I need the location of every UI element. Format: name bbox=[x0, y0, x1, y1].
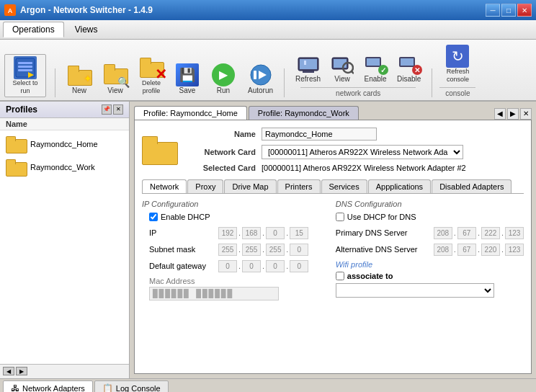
primary-dns-parts: . . . bbox=[434, 227, 524, 239]
primary-dns-1[interactable] bbox=[434, 227, 452, 239]
ip-section: IP Configuration Enable DHCP IP . bbox=[142, 200, 329, 300]
ip-part-4[interactable] bbox=[290, 227, 308, 239]
content-area: Profile: Raymondcc_Home Profile: Raymond… bbox=[130, 102, 536, 378]
subnet-part-2[interactable] bbox=[242, 244, 261, 256]
svg-rect-5 bbox=[18, 69, 32, 71]
use-dhcp-dns-label: Use DHCP for DNS bbox=[347, 213, 416, 221]
view-button[interactable]: 🔍 View bbox=[100, 61, 130, 97]
ip-row: IP . . . bbox=[149, 227, 329, 239]
bottom-tab-network-adapters[interactable]: 🖧 Network Adapters bbox=[3, 380, 93, 392]
sidebar-scroll-right[interactable]: ▶ bbox=[16, 367, 27, 375]
dns-section: DNS Configuration Use DHCP for DNS Prima… bbox=[336, 200, 524, 300]
associate-to-label: associate to bbox=[347, 272, 393, 280]
use-dhcp-dns-checkbox[interactable] bbox=[336, 213, 344, 221]
network-card-select[interactable]: [00000011] Atheros AR922X Wireless Netwo… bbox=[262, 145, 463, 159]
ip-part-1[interactable] bbox=[218, 227, 237, 239]
svg-rect-3 bbox=[18, 62, 32, 64]
alt-dns-3[interactable] bbox=[481, 244, 500, 256]
save-button[interactable]: 💾 Save bbox=[172, 61, 202, 97]
inner-tab-network[interactable]: Network bbox=[142, 179, 187, 193]
maximize-button[interactable]: □ bbox=[501, 4, 516, 17]
nav-prev-button[interactable]: ◀ bbox=[494, 108, 506, 120]
alt-dns-1[interactable] bbox=[434, 244, 452, 256]
sidebar-close-button[interactable]: ✕ bbox=[113, 104, 123, 115]
network-adapters-icon: 🖧 bbox=[11, 383, 19, 392]
inner-tab-drivemap[interactable]: Drive Map bbox=[224, 179, 276, 193]
wifi-dropdown[interactable] bbox=[336, 283, 494, 298]
view-nc-button[interactable]: View bbox=[327, 50, 357, 86]
sidebar-item-raymondcc-work[interactable]: Raymondcc_Work bbox=[3, 156, 126, 178]
inner-tab-services[interactable]: Services bbox=[321, 179, 367, 193]
refresh-nc-button[interactable]: Refresh bbox=[292, 50, 324, 86]
name-row: Name bbox=[184, 128, 466, 141]
menu-bar: Operations Views bbox=[0, 20, 536, 40]
sidebar-scroll-left[interactable]: ◀ bbox=[3, 367, 14, 375]
sidebar-item-label: Raymondcc_Work bbox=[30, 163, 95, 172]
new-button[interactable]: ✦ New bbox=[64, 61, 94, 97]
alt-dns-4[interactable] bbox=[505, 244, 524, 256]
inner-tab-printers[interactable]: Printers bbox=[277, 179, 321, 193]
new-icon: ✦ bbox=[68, 63, 91, 86]
refresh-nc-label: Refresh bbox=[295, 75, 321, 84]
profile-folder-icon bbox=[142, 136, 177, 164]
dns-section-title: DNS Configuration bbox=[336, 200, 524, 208]
gateway-row: Default gateway . . . bbox=[149, 260, 329, 272]
log-console-icon: 📋 bbox=[102, 383, 113, 392]
gateway-part-3[interactable] bbox=[266, 260, 285, 272]
minimize-button[interactable]: ─ bbox=[486, 4, 500, 17]
select-to-run-button[interactable]: Select to run bbox=[4, 54, 46, 97]
primary-dns-3[interactable] bbox=[481, 227, 500, 239]
inner-tab-applications[interactable]: Appplications bbox=[368, 179, 431, 193]
menu-tab-operations[interactable]: Operations bbox=[3, 22, 64, 37]
ip-part-2[interactable] bbox=[242, 227, 261, 239]
primary-dns-2[interactable] bbox=[457, 227, 476, 239]
refresh-console-label: Refreshconsole bbox=[447, 68, 470, 84]
menu-tab-views[interactable]: Views bbox=[66, 22, 107, 37]
enable-button[interactable]: ✓ Enable bbox=[360, 50, 390, 86]
bottom-tab-log-console[interactable]: 📋 Log Console bbox=[94, 380, 169, 392]
select-to-run-icon bbox=[14, 56, 37, 79]
select-to-run-label: Select to run bbox=[8, 79, 43, 95]
primary-dns-4[interactable] bbox=[505, 227, 524, 239]
profile-tab-home[interactable]: Profile: Raymondcc_Home bbox=[134, 106, 247, 120]
gateway-part-2[interactable] bbox=[242, 260, 261, 272]
gateway-part-4[interactable] bbox=[290, 260, 308, 272]
ip-part-3[interactable] bbox=[266, 227, 285, 239]
inner-tab-disabled-adapters[interactable]: Disabled Adapters bbox=[432, 179, 512, 193]
nav-next-button[interactable]: ▶ bbox=[507, 108, 519, 120]
run-label: Run bbox=[217, 86, 230, 95]
network-cards-group: Refresh View bbox=[292, 50, 424, 97]
sidebar-item-raymondcc-home[interactable]: Raymondcc_Home bbox=[3, 133, 126, 155]
ip-parts: . . . bbox=[218, 227, 308, 239]
profile-fields: Name Network Card [00000011] Atheros AR9… bbox=[184, 128, 466, 172]
associate-to-checkbox[interactable] bbox=[336, 272, 344, 280]
disable-button[interactable]: ✕ Disable bbox=[393, 50, 424, 86]
network-card-label: Network Card bbox=[184, 148, 256, 156]
subnet-parts: . . . bbox=[218, 244, 308, 256]
disable-icon: ✕ bbox=[398, 52, 421, 75]
run-button[interactable]: ▶ Run bbox=[208, 61, 238, 97]
alt-dns-2[interactable] bbox=[457, 244, 476, 256]
profile-tab-work[interactable]: Profile: Raymondcc_Work bbox=[249, 106, 359, 120]
name-input[interactable] bbox=[262, 128, 377, 141]
view-nc-label: View bbox=[334, 75, 350, 84]
sidebar-item-label: Raymondcc_Home bbox=[30, 140, 98, 148]
refresh-console-button[interactable]: ↻ Refreshconsole bbox=[442, 43, 473, 86]
network-tab-content: IP Configuration Enable DHCP IP . bbox=[142, 194, 524, 306]
autorun-icon bbox=[249, 63, 272, 86]
subnet-part-4[interactable] bbox=[290, 244, 308, 256]
refresh-nc-icon bbox=[297, 52, 320, 75]
folder-icon bbox=[6, 159, 26, 175]
selected-card-label: Selected Card bbox=[184, 164, 256, 172]
delete-button[interactable]: ✕ Deleteprofile bbox=[136, 54, 166, 97]
subnet-part-1[interactable] bbox=[218, 244, 237, 256]
primary-dns-row: Primary DNS Server . . . bbox=[336, 227, 524, 239]
enable-dhcp-checkbox[interactable] bbox=[149, 213, 158, 221]
close-button[interactable]: ✕ bbox=[517, 4, 532, 17]
autorun-button[interactable]: Autorun bbox=[244, 61, 277, 97]
inner-tab-proxy[interactable]: Proxy bbox=[187, 179, 223, 193]
subnet-part-3[interactable] bbox=[266, 244, 285, 256]
close-profile-button[interactable]: ✕ bbox=[520, 108, 532, 120]
gateway-part-1[interactable] bbox=[218, 260, 237, 272]
sidebar-pin-button[interactable]: 📌 bbox=[102, 104, 112, 115]
